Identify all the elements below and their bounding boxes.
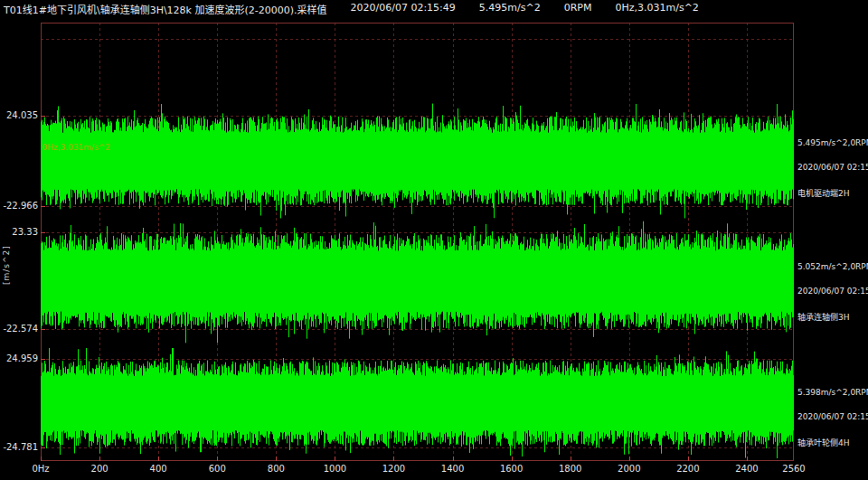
- channel-timestamp-label: 2020/06/07 02:15:49: [797, 412, 868, 421]
- x-tick-label: 800: [268, 464, 285, 474]
- x-tick-label: 2400: [735, 464, 758, 474]
- x-tick-label: 600: [209, 464, 226, 474]
- channel-name-label: 轴承连轴侧3H: [797, 311, 850, 323]
- x-tick-label: 1800: [559, 464, 581, 474]
- y-tick-label: -22.966: [0, 201, 38, 211]
- x-tick-label: 2560: [782, 464, 805, 474]
- title-rpm: 0RPM: [564, 2, 592, 16]
- channel-peak-label: 5.495m/s^2,0RPM: [797, 138, 868, 147]
- title-bar: T01线1#地下引风机\轴承连轴侧3H\128k 加速度波形(2-20000).…: [4, 2, 699, 16]
- x-tick-label: 1400: [441, 464, 464, 474]
- title-path: T01线1#地下引风机\轴承连轴侧3H\128k 加速度波形(2-20000).…: [4, 2, 327, 16]
- title-peak-value: 5.495m/s^2: [479, 2, 541, 16]
- x-tick-label: 2200: [676, 464, 699, 474]
- channel-name-label: 电机驱动端2H: [797, 187, 850, 199]
- x-tick-label: 0Hz: [32, 464, 49, 474]
- x-tick-label: 1600: [500, 464, 523, 474]
- channel-timestamp-label: 2020/06/07 02:15:49: [797, 287, 868, 296]
- x-tick-label: 200: [91, 464, 108, 474]
- x-tick-label: 1200: [382, 464, 405, 474]
- x-tick-label: 1000: [324, 464, 346, 474]
- y-tick-label: 24.959: [0, 353, 38, 363]
- y-tick-label: 23.33: [0, 227, 38, 237]
- y-tick-label: 24.035: [0, 110, 38, 120]
- x-tick-label: 400: [150, 464, 167, 474]
- channel-name-label: 轴承叶轮侧4H: [797, 437, 850, 448]
- x-tick-label: 2000: [618, 464, 640, 474]
- channel-peak-label: 5.398m/s^2,0RPM: [797, 388, 868, 397]
- channel-timestamp-label: 2020/06/07 02:15:49: [797, 163, 868, 172]
- y-tick-label: -22.574: [0, 324, 38, 334]
- title-timestamp: 2020/06/07 02:15:49: [351, 2, 456, 16]
- title-cursor-readout: 0Hz,3.031m/s^2: [615, 2, 698, 16]
- vibration-analyzer-window: T01线1#地下引风机\轴承连轴侧3H\128k 加速度波形(2-20000).…: [0, 0, 868, 480]
- cursor-value-label: 0Hz,3.031m/s^2: [42, 143, 111, 152]
- waveform-plot-canvas[interactable]: [41, 23, 794, 461]
- y-tick-label: -24.781: [0, 442, 38, 452]
- channel-peak-label: 5.052m/s^2,0RPM: [797, 262, 868, 271]
